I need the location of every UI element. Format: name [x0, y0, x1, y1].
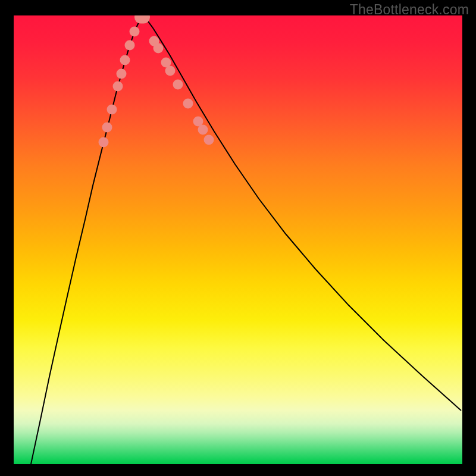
- marker-dot: [173, 80, 183, 90]
- marker-dot: [130, 27, 140, 37]
- marker-dot: [165, 66, 176, 76]
- curve-right-branch: [143, 17, 461, 411]
- curve-svg: [14, 15, 462, 464]
- marker-dot: [113, 82, 123, 92]
- marker-dot: [117, 69, 127, 79]
- marker-dot: [154, 43, 164, 54]
- curve-left-branch: [31, 18, 141, 464]
- marker-dot: [125, 40, 135, 51]
- plot-area: [14, 15, 462, 464]
- marker-dot: [99, 137, 109, 148]
- marker-dot: [102, 123, 112, 133]
- marker-dot: [198, 125, 208, 135]
- marker-dot: [183, 99, 193, 109]
- marker-dot: [204, 135, 214, 145]
- marker-dot: [120, 55, 130, 65]
- marker-dot: [107, 105, 117, 115]
